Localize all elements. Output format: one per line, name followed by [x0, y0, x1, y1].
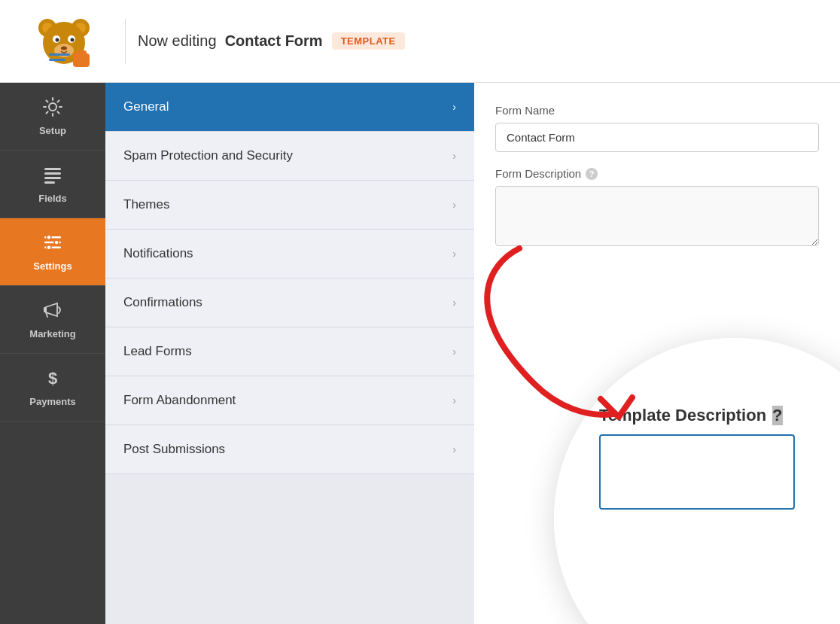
marketing-icon: [42, 300, 63, 324]
template-description-help-icon: ?: [772, 406, 782, 425]
nav-spam-label: Spam Protection and Security: [123, 148, 293, 163]
form-description-help-icon[interactable]: ?: [586, 168, 598, 180]
form-name-label: Form Name: [495, 104, 819, 117]
svg-rect-16: [44, 168, 61, 170]
nav-item-general[interactable]: General ›: [105, 83, 474, 132]
setup-icon: [42, 96, 63, 120]
svg-rect-18: [44, 177, 61, 179]
sidebar-fields-label: Fields: [38, 193, 67, 204]
nav-item-lead-forms[interactable]: Lead Forms ›: [105, 327, 474, 376]
nav-spam-chevron: ›: [452, 150, 456, 162]
logo-bear: [34, 11, 94, 72]
nav-lead-forms-label: Lead Forms: [123, 344, 192, 359]
sidebar-item-fields[interactable]: Fields: [0, 151, 105, 218]
form-name-input[interactable]: [495, 123, 819, 152]
svg-point-24: [54, 240, 59, 245]
svg-point-10: [61, 46, 67, 50]
svg-rect-13: [49, 53, 70, 56]
now-editing-text: Now editing Contact Form: [138, 32, 323, 50]
nav-lead-forms-chevron: ›: [452, 345, 456, 358]
form-description-textarea[interactable]: [495, 186, 819, 246]
nav-item-confirmations[interactable]: Confirmations ›: [105, 279, 474, 327]
form-description-label: Form Description ?: [495, 167, 819, 180]
nav-confirmations-label: Confirmations: [123, 295, 202, 310]
svg-rect-26: [44, 307, 47, 312]
arrow-svg: [474, 233, 700, 429]
svg-point-25: [47, 245, 51, 250]
content-area: Form Name Form Description ? Template De…: [474, 83, 840, 624]
sidebar: Setup Fields: [0, 83, 105, 624]
nav-confirmations-chevron: ›: [452, 297, 456, 309]
sidebar-payments-label: Payments: [29, 396, 75, 407]
nav-themes-chevron: ›: [452, 199, 456, 211]
nav-post-submissions-label: Post Submissions: [123, 442, 225, 457]
sidebar-item-settings[interactable]: Settings: [0, 218, 105, 286]
sidebar-setup-label: Setup: [39, 125, 66, 136]
fields-icon: [42, 164, 63, 188]
svg-rect-17: [44, 172, 61, 175]
spotlight-overlay: Template Description ?: [554, 338, 840, 624]
nav-themes-label: Themes: [123, 197, 169, 212]
nav-panel: General › Spam Protection and Security ›…: [105, 83, 474, 624]
nav-item-form-abandonment[interactable]: Form Abandonment ›: [105, 376, 474, 425]
top-bar-content: Now editing Contact Form TEMPLATE: [138, 32, 405, 50]
svg-point-8: [56, 38, 59, 41]
logo-area: [15, 11, 113, 72]
template-badge: TEMPLATE: [332, 32, 405, 50]
top-bar: Now editing Contact Form TEMPLATE: [0, 0, 840, 83]
svg-rect-14: [49, 59, 65, 61]
form-name-title: Contact Form: [225, 32, 323, 49]
svg-point-9: [71, 38, 75, 41]
payments-icon: $: [42, 367, 63, 391]
form-description-field: Form Description ?: [495, 167, 819, 249]
nav-item-notifications[interactable]: Notifications ›: [105, 230, 474, 279]
spotlight-title: Template Description ?: [599, 406, 795, 425]
settings-icon: [42, 232, 63, 256]
nav-notifications-label: Notifications: [123, 246, 193, 261]
svg-rect-19: [44, 181, 55, 184]
svg-point-23: [47, 235, 51, 239]
nav-post-submissions-chevron: ›: [452, 443, 456, 455]
svg-text:$: $: [48, 369, 57, 388]
top-bar-divider: [125, 19, 126, 64]
svg-point-15: [49, 103, 56, 111]
nav-form-abandonment-chevron: ›: [452, 394, 456, 406]
now-editing-label: Now editing: [138, 32, 217, 49]
sidebar-settings-label: Settings: [33, 260, 72, 272]
main-layout: Setup Fields: [0, 83, 840, 624]
nav-item-themes[interactable]: Themes ›: [105, 181, 474, 230]
sidebar-marketing-label: Marketing: [29, 328, 75, 339]
template-description-textarea[interactable]: [599, 434, 795, 510]
sidebar-item-payments[interactable]: $ Payments: [0, 354, 105, 422]
sidebar-item-setup[interactable]: Setup: [0, 83, 105, 151]
arrow-annotation: [474, 233, 700, 429]
svg-rect-12: [76, 50, 87, 56]
sidebar-item-marketing[interactable]: Marketing: [0, 286, 105, 354]
nav-item-spam[interactable]: Spam Protection and Security ›: [105, 132, 474, 181]
nav-general-label: General: [123, 99, 169, 114]
nav-item-post-submissions[interactable]: Post Submissions ›: [105, 425, 474, 474]
form-name-field: Form Name: [495, 104, 819, 167]
spotlight-content: Template Description ?: [599, 406, 795, 513]
nav-notifications-chevron: ›: [452, 248, 456, 260]
nav-form-abandonment-label: Form Abandonment: [123, 393, 236, 408]
nav-general-chevron: ›: [452, 101, 456, 113]
